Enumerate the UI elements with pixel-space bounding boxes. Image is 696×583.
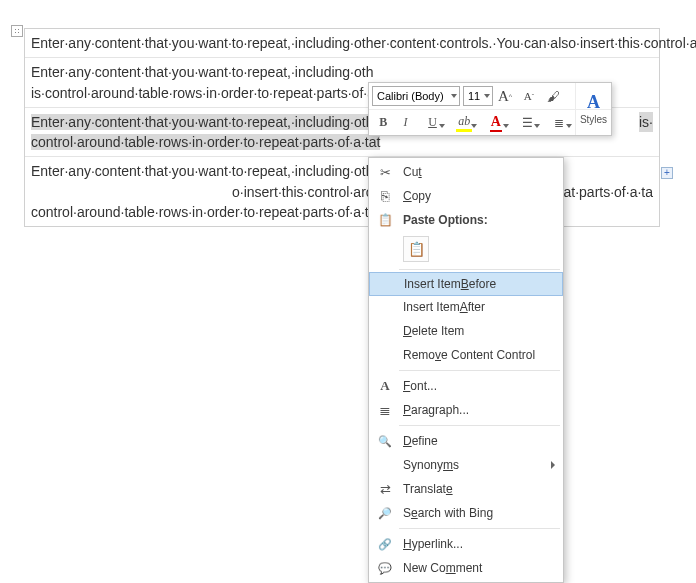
new-comment-menu-item[interactable]: New Comment <box>369 556 563 580</box>
bullets-button[interactable]: ☰ <box>512 112 544 134</box>
copy-menu-item[interactable]: Copy <box>369 184 563 208</box>
selected-text: Enter·any·content·that·you·want·to·repea… <box>31 114 373 130</box>
paragraph-text: is·control·around·table·rows·in·order·to… <box>31 85 391 101</box>
scissors-icon <box>377 164 393 180</box>
search-bing-menu-item[interactable]: Search with Bing <box>369 501 563 525</box>
chevron-down-icon <box>484 94 490 98</box>
font-size-value: 11 <box>468 90 480 102</box>
insert-item-after[interactable]: Insert Item After <box>369 295 563 319</box>
paragraph-icon <box>377 402 393 418</box>
hyperlink-menu-item[interactable]: Hyperlink... <box>369 532 563 556</box>
paragraph-text: Enter·any·content·that·you·want·to·repea… <box>31 64 373 80</box>
font-color-button[interactable]: A <box>480 112 512 134</box>
add-item-button[interactable]: + <box>661 167 673 179</box>
font-name-value: Calibri (Body) <box>377 90 444 102</box>
define-menu-item[interactable]: Define <box>369 429 563 453</box>
separator <box>399 370 560 371</box>
font-size-dropdown[interactable]: 11 <box>463 86 493 106</box>
define-icon <box>377 433 393 449</box>
chevron-down-icon <box>503 124 509 128</box>
insert-item-before[interactable]: Insert Item Before <box>369 272 563 296</box>
bold-button[interactable]: B <box>372 112 394 134</box>
comment-icon <box>377 560 393 576</box>
mini-toolbar: Calibri (Body) 11 A^ Aˇ 🖌 B I U ab A ☰ ≣… <box>368 82 612 136</box>
shrink-font-button[interactable]: Aˇ <box>517 85 541 107</box>
remove-content-control[interactable]: Remove Content Control <box>369 343 563 367</box>
paste-keep-source-button[interactable]: 📋 <box>403 236 429 262</box>
paragraph-menu-item[interactable]: Paragraph... <box>369 398 563 422</box>
styles-label: Styles <box>580 114 607 125</box>
chevron-down-icon <box>439 124 445 128</box>
font-icon <box>377 378 393 394</box>
selected-text: is· <box>639 112 653 132</box>
content-control-handle[interactable] <box>11 25 23 37</box>
numbering-button[interactable]: ≣ <box>543 112 575 134</box>
paste-options-header: Paste Options: <box>369 208 563 232</box>
paragraph-text: Enter·any·content·that·you·want·to·repea… <box>31 35 696 51</box>
chevron-down-icon <box>471 124 477 128</box>
separator <box>399 269 560 270</box>
translate-icon <box>377 481 393 497</box>
chevron-down-icon <box>451 94 457 98</box>
bullets-icon: ☰ <box>522 116 533 130</box>
paragraph-text: Enter·any·content·that·you·want·to·repea… <box>31 163 373 179</box>
search-icon <box>377 505 393 521</box>
italic-button[interactable]: I <box>394 112 416 134</box>
context-menu: Cut Copy Paste Options: 📋 Insert Item Be… <box>368 157 564 583</box>
table-row[interactable]: Enter·any·content·that·you·want·to·repea… <box>25 29 659 58</box>
link-icon <box>377 536 393 552</box>
chevron-right-icon <box>551 461 555 469</box>
underline-button[interactable]: U <box>417 112 449 134</box>
paragraph-text: control·around·table·rows·in·order·to·re… <box>31 204 377 220</box>
separator <box>399 425 560 426</box>
font-menu-item[interactable]: Font... <box>369 374 563 398</box>
chevron-down-icon <box>566 124 572 128</box>
styles-button[interactable]: A Styles <box>575 83 611 135</box>
font-name-dropdown[interactable]: Calibri (Body) <box>372 86 460 106</box>
copy-icon <box>377 188 393 204</box>
separator <box>399 528 560 529</box>
chevron-down-icon <box>534 124 540 128</box>
format-painter-button[interactable]: 🖌 <box>541 85 565 107</box>
highlight-button[interactable]: ab <box>448 112 480 134</box>
clipboard-icon <box>377 212 393 228</box>
numbering-icon: ≣ <box>554 116 564 130</box>
translate-menu-item[interactable]: Translate <box>369 477 563 501</box>
synonyms-menu-item[interactable]: Synonyms <box>369 453 563 477</box>
delete-item[interactable]: Delete Item <box>369 319 563 343</box>
paste-options-row: 📋 <box>369 232 563 266</box>
cut-menu-item[interactable]: Cut <box>369 160 563 184</box>
styles-icon: A <box>587 93 600 111</box>
grow-font-button[interactable]: A^ <box>493 85 517 107</box>
selected-text: control·around·table·rows·in·order·to·re… <box>31 134 380 150</box>
